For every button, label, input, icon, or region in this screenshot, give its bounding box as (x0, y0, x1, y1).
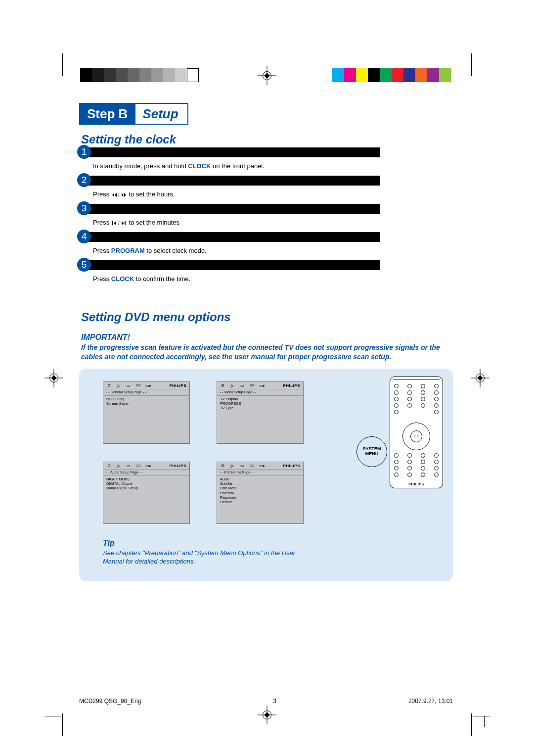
play-icon: ▭▸ (146, 384, 151, 388)
svg-text:/: / (118, 221, 120, 226)
svg-marker-0 (115, 193, 117, 197)
osd-brand: PHILIPS (283, 383, 300, 388)
osd-item: Default (220, 500, 300, 504)
osd-item: TV Type (220, 406, 300, 410)
step-number-badge: 5 (77, 258, 91, 272)
crop-mark (62, 713, 63, 736)
rew-ffwd-icon: / (111, 190, 127, 198)
display-icon: ▭ (240, 384, 245, 388)
svg-marker-8 (122, 221, 124, 225)
setup-label: Setup (135, 104, 187, 124)
step-number-badge: 3 (77, 201, 91, 215)
osd-menubar: ⚙🔈▭≡≡▭▸PHILIPS (103, 462, 189, 470)
step-number-badge: 4 (77, 230, 91, 243)
svg-text:/: / (118, 192, 120, 197)
osd-brand: PHILIPS (169, 383, 186, 388)
osd-tab-title: - - General Setup Page - - (103, 389, 189, 396)
osd-items: TV DisplayPROGRESSTV Type (217, 396, 303, 412)
clock-step: 2Press / to set the hours. (79, 176, 453, 198)
registration-mark-icon (45, 370, 62, 386)
osd-tab-title: - - Preference Page - - (217, 470, 303, 476)
osd-items: OSD LangScreen Saver (103, 396, 189, 407)
svg-rect-9 (125, 221, 126, 225)
osd-item: Parental (220, 491, 300, 495)
section-title-dvd: Setting DVD menu options (81, 310, 451, 324)
osd-screen: ⚙🔈▭≡≡▭▸PHILIPS- - Video Setup Page - -TV… (217, 381, 304, 444)
footer-doc: MCD299 QSG_98_Eng (79, 698, 141, 705)
important-label: IMPORTANT! (81, 333, 451, 342)
osd-tab-title: - - Video Setup Page - - (217, 389, 303, 396)
remote-brand: PHILIPS (390, 482, 443, 486)
step-bar (85, 232, 380, 242)
keyword: CLOCK (111, 275, 134, 283)
footer-date: 2007.9.27, 13:01 (408, 698, 453, 705)
display-icon: ▭ (240, 464, 245, 468)
svg-marker-4 (124, 193, 126, 197)
step-bar (85, 204, 380, 214)
step-bar (85, 260, 380, 270)
osd-item: DIGITAL Output (106, 481, 186, 486)
step-bar (85, 176, 380, 186)
color-swatches (332, 68, 451, 82)
tip-label: Tip (103, 539, 441, 548)
crop-mark (484, 716, 485, 727)
osd-menubar: ⚙🔈▭≡≡▭▸PHILIPS (217, 382, 303, 389)
speaker-icon: 🔈 (116, 384, 121, 388)
osd-item: OSD Lang (106, 397, 186, 401)
osd-tab-title: - - Audio Setup Page - - (103, 470, 189, 476)
display-icon: ▭ (126, 384, 131, 388)
speaker-icon: 🔈 (116, 464, 121, 468)
keyword: PROGRAM (111, 247, 145, 254)
osd-menubar: ⚙🔈▭≡≡▭▸PHILIPS (217, 462, 303, 470)
prev-next-icon: / (111, 219, 127, 226)
grayscale-swatches (80, 68, 199, 82)
osd-item: NIGHT MODE (106, 477, 186, 481)
gear-icon: ⚙ (220, 384, 225, 388)
svg-marker-1 (112, 193, 114, 197)
clock-step: 1In standby mode, press and hold CLOCK o… (79, 147, 453, 170)
osd-screen: ⚙🔈▭≡≡▭▸PHILIPS- - General Setup Page - -… (103, 381, 190, 444)
speaker-icon: 🔈 (230, 464, 235, 468)
osd-screen: ⚙🔈▭≡≡▭▸PHILIPS- - Audio Setup Page - -NI… (103, 462, 190, 524)
osd-item: Disc Menu (220, 486, 300, 490)
step-text: Press / to set the minutes (93, 219, 453, 226)
osd-items: AudioSubtitleDisc MenuParentalPasswordDe… (217, 476, 303, 506)
step-header: Step B Setup (79, 103, 188, 125)
crop-mark (44, 716, 61, 716)
gear-icon: ⚙ (106, 464, 111, 468)
osd-item: PROGRESS (220, 401, 300, 406)
step-label: Step B (80, 104, 135, 124)
crop-mark (62, 53, 63, 76)
step-number-badge: 1 (77, 145, 91, 159)
crop-mark (476, 716, 485, 716)
osd-brand: PHILIPS (283, 464, 300, 469)
step-text: Press PROGRAM to select clock mode. (93, 247, 453, 254)
equalizer-icon: ≡≡ (136, 464, 141, 468)
gear-icon: ⚙ (220, 464, 225, 468)
remote-illustration: SYSTEM MENU PHILIPS (390, 377, 443, 488)
crop-mark (471, 53, 472, 76)
step-bar (85, 147, 380, 157)
section-title-clock: Setting the clock (81, 133, 451, 146)
display-icon: ▭ (126, 464, 131, 468)
gear-icon: ⚙ (106, 384, 111, 388)
remote-nav-ring (402, 423, 430, 450)
registration-mark-icon (259, 707, 275, 723)
osd-item: Screen Saver (106, 401, 186, 406)
osd-item: Subtitle (220, 481, 300, 486)
clock-step: 5Press CLOCK to confirm the time. (79, 260, 453, 283)
clock-step: 4Press PROGRAM to select clock mode. (79, 232, 453, 254)
osd-brand: PHILIPS (169, 464, 186, 469)
registration-mark-icon (472, 370, 489, 386)
osd-item: Password (220, 495, 300, 500)
svg-rect-5 (112, 221, 113, 225)
equalizer-icon: ≡≡ (250, 384, 255, 388)
svg-marker-6 (114, 221, 116, 225)
clock-step: 3Press / to set the minutes (79, 204, 453, 226)
crop-mark (471, 713, 472, 736)
osd-item: Dolby Digital Setup (106, 486, 186, 490)
dvd-setup-panel: ⚙🔈▭≡≡▭▸PHILIPS- - General Setup Page - -… (79, 369, 453, 581)
footer-page: 3 (273, 698, 276, 705)
system-menu-callout: SYSTEM MENU (356, 436, 387, 467)
play-icon: ▭▸ (260, 464, 265, 468)
